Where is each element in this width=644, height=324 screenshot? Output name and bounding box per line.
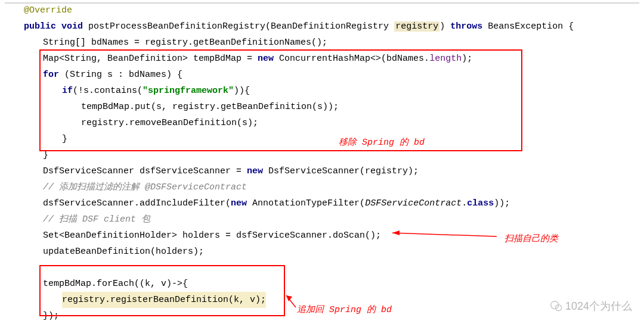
annotation-remove: 移除 Spring 的 bd [339,135,425,151]
watermark-text: 1024个为什么 [565,297,632,316]
code-line: } [5,131,639,147]
code-line: } [5,147,639,163]
param-registry: registry [394,21,439,32]
wechat-icon [550,300,563,313]
code-line: // 添加扫描过滤的注解 @DSFServiceContract [5,179,639,195]
code-line: Map<String, BeanDefinition> tempBdMap = … [5,51,639,67]
top-border [5,2,639,4]
code-line: for (String s : bdNames) { [5,67,639,83]
code-line: if(!s.contains("springframework")){ [5,83,639,99]
annotation-append: 追加回 Spring 的 bd [297,302,392,318]
annotation-override: @Override [24,5,72,15]
code-line: dsfServiceScanner.addIncludeFilter(new A… [5,195,639,211]
code-line: registry.removeBeanDefinition(s); [5,115,639,131]
code-container: @Override public void postProcessBeanDef… [5,2,639,324]
watermark: 1024个为什么 [550,297,632,316]
code-line [5,260,639,276]
code-line: tempBdMap.put(s, registry.getBeanDefinit… [5,99,639,115]
code-line: String[] bdNames = registry.getBeanDefin… [5,35,639,51]
code-line: DsfServiceScanner dsfServiceScanner = ne… [5,163,639,179]
code-line: tempBdMap.forEach((k, v)->{ [5,276,639,292]
code-line: // 扫描 DSF client 包 [5,211,639,228]
code-line: public void postProcessBeanDefinitionReg… [5,18,639,35]
annotation-scan: 扫描自己的类 [504,231,558,247]
code-line: @Override [5,2,639,18]
